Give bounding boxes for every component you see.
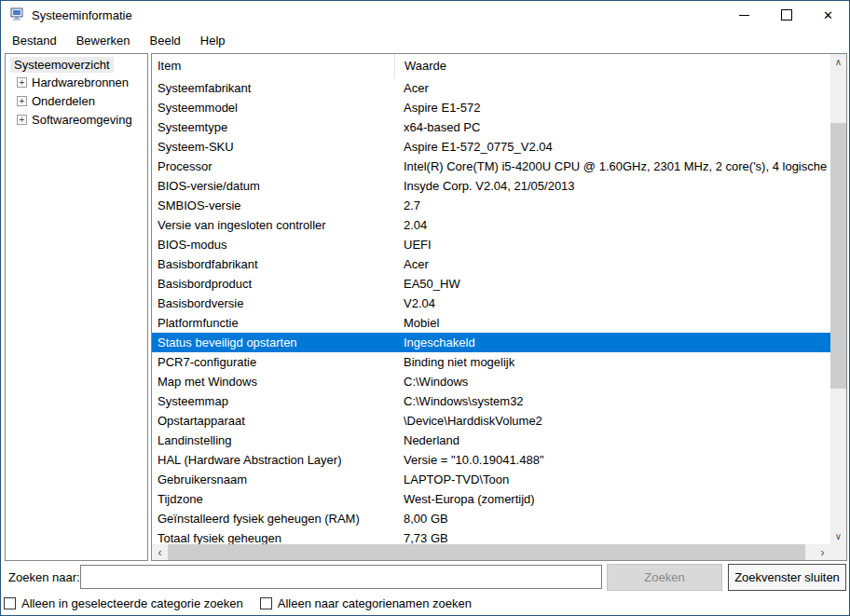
row-item-cell: Map met Windows [152,375,394,389]
table-row[interactable]: Systeemtypex64-based PC [152,117,830,137]
table-row[interactable]: BasisbordproductEA50_HW [152,274,830,294]
scroll-left-icon[interactable]: ‹ [152,544,168,560]
table-row[interactable]: Systeem-SKUAspire E1-572_0775_V2.04 [152,137,830,157]
table-row[interactable]: Status beveiligd opstartenIngeschakeld [152,333,830,352]
close-button[interactable]: ✕ [807,1,849,29]
table-row[interactable]: PlatformfunctieMobiel [152,313,830,333]
row-value-cell: Aspire E1-572 [394,101,830,115]
minimize-button[interactable] [723,1,765,29]
tree-item-onderdelen[interactable]: + Onderdelen [17,91,147,110]
maximize-button[interactable] [765,1,807,29]
row-item-cell: BIOS-versie/datum [152,179,394,193]
row-value-cell: \Device\HarddiskVolume2 [394,414,830,428]
table-row[interactable]: GebruikersnaamLAPTOP-TVD\Toon [152,470,830,489]
app-icon [9,7,24,22]
horizontal-scrollbar[interactable]: ‹ › [152,544,830,560]
row-item-cell: Versie van ingesloten controller [152,218,394,232]
row-item-cell: HAL (Hardware Abstraction Layer) [152,453,394,467]
row-item-cell: Landinstelling [152,433,394,447]
checkbox-selected-category-label: Alleen in geselecteerde categorie zoeken [21,596,243,610]
menu-bestand[interactable]: Bestand [8,32,61,49]
table-row[interactable]: Versie van ingesloten controller2.04 [152,215,830,235]
row-item-cell: Tijdzone [152,492,394,506]
table-row[interactable]: LandinstellingNederland [152,431,830,450]
menu-help[interactable]: Help [197,32,229,49]
tree-item-softwareomgeving[interactable]: + Softwareomgeving [17,110,147,129]
table-row[interactable]: SysteemmodelAspire E1-572 [152,98,830,117]
row-value-cell: 7,73 GB [394,531,830,544]
tree-item-systeemoverzicht[interactable]: Systeemoverzicht [10,57,114,73]
row-value-cell: Versie = "10.0.19041.488" [394,453,830,467]
table-row[interactable]: HAL (Hardware Abstraction Layer)Versie =… [152,450,830,470]
table-row[interactable]: SMBIOS-versie2.7 [152,196,830,215]
row-value-cell: Acer [394,257,830,271]
row-item-cell: Basisbordfabrikant [152,257,394,271]
row-value-cell: 8,00 GB [394,512,830,526]
close-search-button[interactable]: Zoekvenster sluiten [728,564,846,591]
row-value-cell: Ingeschakeld [394,335,830,349]
table-row[interactable]: SysteemmapC:\Windows\system32 [152,391,830,411]
scroll-down-icon[interactable]: ∨ [830,528,846,544]
column-header-item[interactable]: Item [152,54,394,78]
row-value-cell: LAPTOP-TVD\Toon [394,472,830,486]
row-item-cell: Processor [152,159,394,173]
expand-icon[interactable]: + [17,115,27,125]
row-item-cell: SMBIOS-versie [152,198,394,212]
row-value-cell: Acer [394,81,830,95]
column-header-waarde[interactable]: Waarde [394,54,830,78]
row-value-cell: Binding niet mogelijk [394,355,830,369]
search-label: Zoeken naar: [8,570,80,584]
tree-item-hardwarebronnen[interactable]: + Hardwarebronnen [17,73,147,91]
table-row[interactable]: Totaal fysiek geheugen7,73 GB [152,528,830,544]
table-row[interactable]: BasisbordversieV2.04 [152,294,830,313]
row-item-cell: Status beveiligd opstarten [152,335,394,349]
row-value-cell: V2.04 [394,296,830,310]
row-item-cell: Opstartapparaat [152,414,394,428]
row-value-cell: 2.7 [394,198,830,212]
scroll-up-icon[interactable]: ∧ [830,54,846,70]
scroll-right-icon[interactable]: › [815,544,830,560]
table-row[interactable]: Geïnstalleerd fysiek geheugen (RAM)8,00 … [152,509,830,528]
close-icon: ✕ [823,9,833,21]
details-table: Item Waarde SysteemfabrikantAcerSysteemm… [151,53,847,561]
expand-icon[interactable]: + [17,96,27,106]
row-value-cell: 2.04 [394,218,830,232]
row-value-cell: x64-based PC [394,120,830,134]
row-value-cell: Nederland [394,433,830,447]
table-row[interactable]: SysteemfabrikantAcer [152,78,830,98]
search-button[interactable]: Zoeken [607,564,722,591]
expand-icon[interactable]: + [17,77,27,88]
horizontal-scrollbar-thumb[interactable] [168,544,805,560]
menu-bewerken[interactable]: Bewerken [73,32,134,49]
row-item-cell: Geïnstalleerd fysiek geheugen (RAM) [152,512,394,526]
row-value-cell: EA50_HW [394,277,830,291]
row-value-cell: West-Europa (zomertijd) [394,492,830,506]
checkbox-category-names-label: Alleen naar categorienamen zoeken [278,596,472,610]
row-value-cell: C:\Windows [394,375,830,389]
vertical-scrollbar[interactable]: ∧ ∨ [830,54,846,544]
row-item-cell: Systeemtype [152,120,394,134]
checkbox-category-names[interactable] [260,597,272,609]
table-row[interactable]: BasisbordfabrikantAcer [152,254,830,274]
table-row[interactable]: PCR7-configuratieBinding niet mogelijk [152,352,830,372]
search-input[interactable] [80,565,602,589]
row-item-cell: Basisbordproduct [152,277,394,291]
table-row[interactable]: ProcessorIntel(R) Core(TM) i5-4200U CPU … [152,157,830,176]
row-value-cell: Mobiel [394,316,830,330]
category-tree: Systeemoverzicht + Hardwarebronnen + Ond… [5,53,148,561]
row-value-cell: Aspire E1-572_0775_V2.04 [394,140,830,154]
checkbox-selected-category[interactable] [4,597,16,609]
table-row[interactable]: BIOS-versie/datumInsyde Corp. V2.04, 21/… [152,176,830,196]
menu-bar: Bestand Bewerken Beeld Help [1,29,849,51]
vertical-scrollbar-thumb[interactable] [830,123,846,389]
row-item-cell: BIOS-modus [152,238,394,252]
row-value-cell: Intel(R) Core(TM) i5-4200U CPU @ 1.60GHz… [394,159,830,173]
table-row[interactable]: Opstartapparaat\Device\HarddiskVolume2 [152,411,830,431]
menu-beeld[interactable]: Beeld [146,32,185,49]
table-row[interactable]: Map met WindowsC:\Windows [152,372,830,391]
system-information-window: Systeeminformatie ✕ Bestand Bewerken Bee… [0,0,850,616]
table-row[interactable]: BIOS-modusUEFI [152,235,830,254]
table-row[interactable]: TijdzoneWest-Europa (zomertijd) [152,489,830,509]
minimize-icon [739,15,749,16]
maximize-icon [781,9,792,21]
